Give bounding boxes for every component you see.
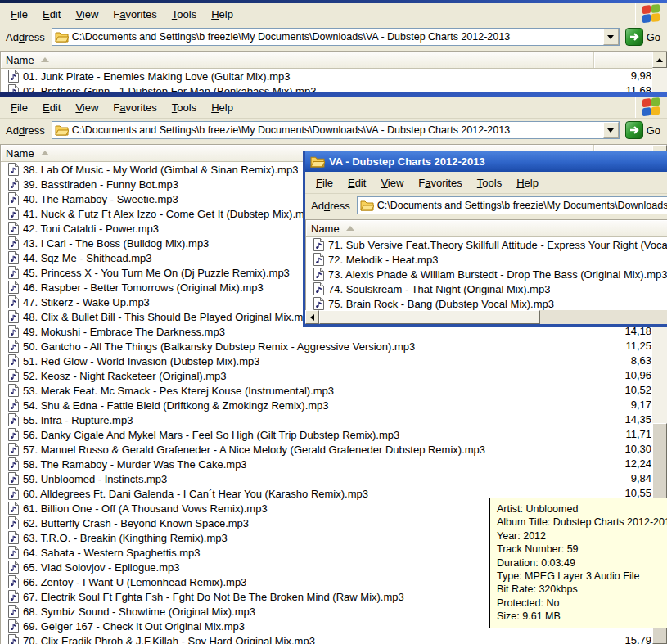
- audio-file-icon: [7, 310, 20, 323]
- file-name: 54. Shu & Edna - Fattle Bield (Driftkong…: [23, 399, 329, 412]
- file-size: 8,63: [631, 354, 651, 367]
- menu-item-help[interactable]: Help: [509, 174, 546, 191]
- audio-file-icon: [7, 561, 20, 574]
- address-input[interactable]: C:\Documents and Settings\b freezie\My D…: [52, 28, 620, 46]
- explorer-window-3: VA - Dubstep Charts 2012-2013 FileEditVi…: [303, 151, 667, 327]
- tooltip-line: Duration: 0:03:49: [497, 556, 667, 570]
- audio-file-icon: [7, 502, 20, 515]
- file-size: 14,35: [624, 413, 651, 426]
- menu-item-edit[interactable]: Edit: [340, 174, 373, 191]
- go-button[interactable]: Go: [647, 31, 660, 43]
- file-size: 9,84: [631, 472, 651, 484]
- go-button[interactable]: Go: [647, 124, 660, 137]
- file-name: 75. Brain Rock - Bang (Dubstep Vocal Mix…: [328, 298, 554, 310]
- file-size: 10,30: [624, 443, 651, 455]
- file-list-item[interactable]: 75. Brain Rock - Bang (Dubstep Vocal Mix…: [306, 296, 667, 310]
- audio-file-icon: [7, 354, 20, 367]
- file-list-item[interactable]: 57. Manuel Russo & Gerald Grafeneder - A…: [1, 442, 667, 457]
- menu-item-tools[interactable]: Tools: [164, 6, 204, 23]
- file-list-item[interactable]: 51. Red Glow - World Invasion (Dubstep M…: [1, 354, 667, 368]
- menu-item-tools[interactable]: Tools: [470, 174, 509, 191]
- file-name: 57. Manuel Russo & Gerald Grafeneder - A…: [23, 444, 485, 456]
- audio-file-icon: [7, 619, 20, 633]
- window3-column-headers: Name: [306, 220, 667, 237]
- file-name: 72. Melodik - Heat.mp3: [328, 254, 438, 266]
- folder-icon: [55, 31, 69, 43]
- file-list-item[interactable]: 02. Brothers Grinn - 1 Dubstep For Man (…: [1, 83, 667, 92]
- file-name: 65. Vlad Solovjov - Epilogue.mp3: [23, 561, 180, 574]
- menu-item-view[interactable]: View: [68, 99, 106, 116]
- file-size: 11,68: [625, 84, 651, 92]
- menu-item-file[interactable]: File: [3, 99, 35, 116]
- file-name: 71. Sub Versive Feat.Theory Skillfull At…: [328, 239, 667, 251]
- address-dropdown-button[interactable]: [603, 29, 619, 45]
- file-name: 58. The Ramaboy - Murder Was The Cake.mp…: [23, 458, 247, 471]
- go-icon[interactable]: [625, 28, 643, 46]
- window1-addressbar: Address C:\Documents and Settings\b free…: [0, 25, 667, 48]
- file-size: 14,18: [624, 325, 651, 337]
- window3-horizontal-scrollbar[interactable]: [305, 310, 667, 324]
- menu-item-favorites[interactable]: Favorites: [411, 174, 469, 191]
- window2-menubar: FileEditViewFavoritesToolsHelp: [0, 97, 667, 119]
- audio-file-icon: [7, 634, 20, 644]
- file-list-item[interactable]: 54. Shu & Edna - Fattle Bield (Driftkong…: [1, 398, 667, 412]
- address-input[interactable]: C:\Documents and Settings\b freezie\My D…: [52, 121, 620, 139]
- file-list-item[interactable]: 55. Infra - Rupture.mp314,35: [1, 412, 667, 427]
- go-icon[interactable]: [625, 121, 643, 139]
- file-list-item[interactable]: 74. Soulskream - That Night (Original Mi…: [306, 281, 667, 296]
- file-list-item[interactable]: 56. Danky Cigale And Mykel Mars - Feel S…: [1, 427, 667, 442]
- file-list-item[interactable]: 72. Melodik - Heat.mp3: [306, 252, 667, 267]
- file-name: 70. Clix Eradik Phroh & J.F.Killah - Spy…: [23, 635, 315, 644]
- address-dropdown-button[interactable]: [603, 122, 619, 138]
- audio-file-icon: [7, 546, 20, 559]
- scroll-up-button[interactable]: [652, 52, 667, 68]
- audio-file-icon: [7, 605, 20, 618]
- file-list-item[interactable]: 53. Merak Feat. Mc Smack - Pes Kterej Ko…: [1, 383, 667, 398]
- file-list-item[interactable]: 50. Gantcho - All The Things (Balkansky …: [1, 339, 667, 354]
- audio-file-icon: [7, 399, 20, 412]
- window1-menubar: FileEditViewFavoritesToolsHelp: [0, 3, 667, 25]
- audio-file-icon: [7, 487, 20, 500]
- window1-vertical-scrollbar[interactable]: [652, 52, 667, 92]
- file-name: 42. Toni Cataldi - Power.mp3: [23, 223, 159, 235]
- file-size: 9,98: [631, 70, 651, 82]
- windows-flag-icon: [642, 97, 660, 117]
- file-list-item[interactable]: 71. Sub Versive Feat.Theory Skillfull At…: [306, 237, 667, 252]
- file-list-item[interactable]: 59. Unbloomed - Instincts.mp39,84: [1, 471, 667, 486]
- menu-item-file[interactable]: File: [309, 174, 340, 191]
- window3-titlebar[interactable]: VA - Dubstep Charts 2012-2013: [305, 151, 667, 172]
- file-list-item[interactable]: 73. Alexis Phade & William Burstedt - Dr…: [306, 267, 667, 281]
- menu-item-view[interactable]: View: [68, 6, 106, 23]
- scroll-left-button[interactable]: [305, 310, 319, 324]
- address-path: C:\Documents and Settings\b freezie\My D…: [69, 31, 603, 43]
- menu-item-tools[interactable]: Tools: [164, 99, 204, 116]
- column-header-name[interactable]: Name: [306, 220, 667, 236]
- window3-file-list: 71. Sub Versive Feat.Theory Skillfull At…: [306, 237, 667, 310]
- folder-icon: [55, 124, 69, 136]
- file-list-item[interactable]: 70. Clix Eradik Phroh & J.F.Killah - Spy…: [1, 633, 667, 644]
- menu-item-edit[interactable]: Edit: [35, 6, 68, 23]
- tooltip-line: Protected: No: [497, 597, 667, 610]
- file-list-item[interactable]: 01. Junk Pirate - Enemies Making Love (G…: [1, 69, 667, 83]
- menu-item-edit[interactable]: Edit: [35, 99, 68, 116]
- file-list-item[interactable]: 52. Keosz - Night Racketeer (Original).m…: [1, 368, 667, 383]
- tooltip-line: Track Number: 59: [497, 543, 667, 556]
- file-list-item[interactable]: 58. The Ramaboy - Murder Was The Cake.mp…: [1, 457, 667, 471]
- menu-item-favorites[interactable]: Favorites: [106, 99, 164, 116]
- menu-item-help[interactable]: Help: [204, 6, 241, 23]
- file-name: 47. Stikerz - Wake Up.mp3: [23, 296, 150, 308]
- address-input[interactable]: C:\Documents and Settings\b freezie\My D…: [357, 196, 667, 214]
- address-path: C:\Documents and Settings\b freezie\My D…: [374, 200, 667, 211]
- column-header-name[interactable]: Name: [1, 52, 594, 68]
- window2-addressbar: Address C:\Documents and Settings\b free…: [0, 119, 667, 142]
- menu-item-file[interactable]: File: [3, 6, 35, 23]
- file-size: 15,79: [624, 634, 651, 644]
- audio-file-icon: [7, 531, 20, 544]
- address-label: Address: [3, 31, 47, 43]
- menu-item-view[interactable]: View: [373, 174, 411, 191]
- audio-file-icon: [313, 297, 325, 310]
- menu-item-help[interactable]: Help: [204, 99, 241, 116]
- scrollbar-thumb[interactable]: [319, 310, 540, 324]
- audio-file-icon: [7, 384, 20, 397]
- menu-item-favorites[interactable]: Favorites: [106, 6, 164, 23]
